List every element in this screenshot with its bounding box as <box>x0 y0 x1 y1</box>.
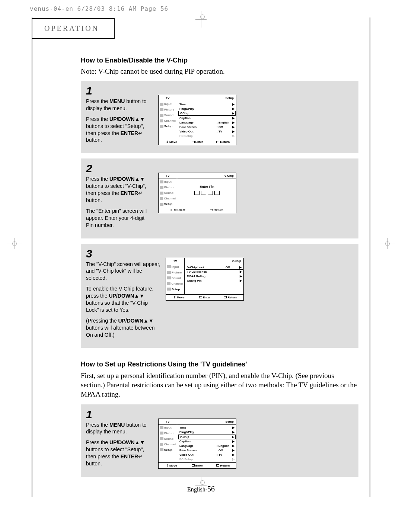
osd-row-selected: V-Chip Lock: Off▶ <box>186 265 243 270</box>
enter-icon: ↵ <box>138 130 143 136</box>
crop-mark-left <box>7 238 22 249</box>
step-number: 1 <box>86 408 153 421</box>
enter-pin-label: Enter Pin <box>179 185 234 189</box>
updown-icon: ▲▼ <box>135 116 145 122</box>
osd-tab-channel: Channel <box>159 118 177 124</box>
step-block-1: 1 Press the MENU button to display the m… <box>81 81 358 153</box>
step-text: Press the MENU button to display the men… <box>86 98 153 144</box>
updown-icon: ▲▼ <box>134 293 144 299</box>
enter-icon: ↵ <box>138 454 143 459</box>
updown-icon: ▲▼ <box>135 176 145 182</box>
osd-tab-sound: Sound <box>159 112 177 118</box>
step-number: 2 <box>86 162 153 175</box>
section-tab: OPERATION <box>32 18 115 39</box>
osd-tab-picture: Picture <box>159 107 177 112</box>
pin-boxes <box>194 191 220 195</box>
step-block-2: 2 Press the UP/DOWN▲▼ buttons to select … <box>81 158 358 238</box>
pdf-crop-header: venus-04-en 6/28/03 8:16 AM Page 56 <box>0 0 402 12</box>
osd-tab-input: Input <box>159 101 177 107</box>
updown-icon: ▲▼ <box>143 318 154 324</box>
step-text: Press the UP/DOWN▲▼ buttons to select "V… <box>86 176 153 228</box>
subheading-tv-guidelines: How to Set up Restrictions Using the 'TV… <box>81 360 358 368</box>
crop-mark-right <box>380 238 395 249</box>
osd-foot-enter: Enter <box>184 139 210 145</box>
osd-foot-return: Return <box>210 139 236 145</box>
updown-icon: ▲▼ <box>135 439 145 445</box>
step-text: The "V-Chip" screen will appear, and "V-… <box>86 261 160 339</box>
osd-foot-return: Return <box>197 207 236 213</box>
osd-enter-pin: TVV-Chip Input Picture Sound Channel Set… <box>158 173 236 213</box>
step-text: Press the MENU button to display the men… <box>86 422 153 467</box>
osd-setup-menu-b: TVSetup Input Picture Sound Channel Setu… <box>158 419 236 469</box>
page-footer: English-56 <box>32 485 370 493</box>
osd-foot-move: ⇕Move <box>159 139 184 145</box>
intro-text: First, set up a personal identification … <box>81 371 358 399</box>
osd-setup-menu: TVSetup Input Picture Sound Channel Setu… <box>158 95 236 145</box>
enter-icon: ↵ <box>138 190 143 196</box>
osd-vchip-menu: TVV-Chip Input Picture Sound Channel Set… <box>166 258 244 301</box>
osd-foot-select: 0~9 Select <box>159 207 197 213</box>
step-block-b1: 1 Press the MENU button to display the m… <box>81 404 358 477</box>
step-number: 1 <box>86 84 153 97</box>
osd-tab-setup: Setup <box>159 124 177 129</box>
subheading-vchip-enable: How to Enable/Disable the V-Chip <box>81 57 358 64</box>
step-number: 3 <box>86 247 160 260</box>
step-block-3: 3 The "V-Chip" screen will appear, and "… <box>81 244 358 348</box>
osd-row-selected: V-Chip▶ <box>178 111 236 116</box>
note-pip: Note: V-Chip cannot be used during PIP o… <box>81 67 358 76</box>
